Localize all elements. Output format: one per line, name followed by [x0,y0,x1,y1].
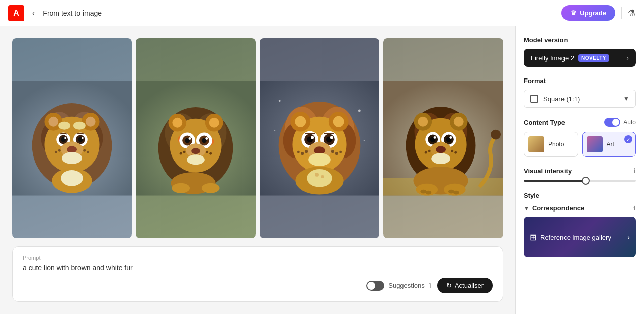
svg-point-9 [48,117,58,127]
back-button[interactable]: ‹ [30,7,37,20]
svg-point-92 [339,151,342,153]
format-dropdown[interactable]: Square (1:1) ▼ [524,90,636,108]
correspondence-header[interactable]: ▼ Correspondence ℹ [524,204,636,212]
image-card-4[interactable] [383,38,503,238]
svg-point-131 [453,191,459,195]
chevron-down-sm-icon: ▼ [524,205,529,211]
svg-point-12 [73,122,86,130]
content-type-label: Content Type [524,119,565,126]
gallery-arrow-icon: › [627,233,630,241]
svg-point-123 [454,151,457,154]
format-section: Format Square (1:1) ▼ [524,77,636,108]
back-icon: ‹ [32,9,35,17]
content-type-header: Content Type Auto [524,118,636,127]
svg-point-11 [58,122,70,130]
visual-intensity-label: Visual intensity [524,167,572,175]
svg-point-107 [418,117,428,127]
reference-gallery-button[interactable]: ⊞ Reference image gallery › [524,217,636,257]
photo-option[interactable]: Photo [524,132,578,157]
intensity-slider[interactable] [524,180,636,182]
model-version-label: Model version [524,36,636,44]
content-type-section: Content Type Auto Photo Art ✓ [524,118,636,157]
svg-point-115 [434,136,436,139]
svg-point-22 [67,146,77,153]
svg-point-57 [172,183,190,193]
auto-toggle[interactable] [604,118,620,127]
slider-fill [524,180,586,182]
art-check-icon: ✓ [624,135,632,143]
svg-point-121 [425,151,427,154]
art-option[interactable]: Art ✓ [582,132,636,157]
image-card-1[interactable] [12,38,132,238]
format-label: Format [524,77,636,85]
art-label: Art [607,141,614,148]
image-card-3[interactable] [260,38,379,238]
left-content: Prompt a cute lion with brown and white … [0,26,515,314]
grid-icon: ⊞ [530,232,536,242]
svg-point-120 [428,150,431,152]
svg-point-74 [295,116,306,127]
svg-point-93 [308,153,331,166]
svg-point-100 [491,130,501,140]
svg-point-122 [451,150,453,152]
svg-point-90 [331,150,334,153]
crown-icon: ♛ [571,9,577,17]
suggestions-toggle[interactable] [366,281,384,291]
svg-point-24 [55,151,57,153]
svg-point-96 [315,173,319,177]
svg-point-61 [358,109,361,112]
correspondence-label: Correspondence [532,204,584,212]
square-format-icon [530,95,538,103]
image-card-2[interactable] [136,38,256,238]
svg-point-37 [172,118,182,128]
upgrade-button[interactable]: ♛ Upgrade [561,5,615,21]
svg-point-25 [83,149,86,152]
svg-point-55 [187,154,205,165]
svg-point-116 [449,136,452,139]
suggestions-label: Suggestions [388,282,425,289]
slider-thumb [582,177,590,185]
svg-point-26 [87,151,89,153]
novelty-badge: NOVELTY [578,54,609,62]
svg-point-124 [431,153,450,164]
format-value: Square (1:1) [543,95,618,103]
svg-point-89 [297,151,300,153]
lion-image-1 [12,38,132,238]
svg-point-38 [209,118,219,128]
correspondence-info-icon[interactable]: ℹ [633,205,636,212]
svg-point-52 [180,152,182,155]
svg-point-51 [183,151,186,153]
svg-point-88 [301,152,304,155]
suggestions-info-icon[interactable]:  [429,282,431,290]
visual-intensity-section: Visual intensity ℹ [524,167,636,182]
page-title: From text to image [43,9,102,17]
model-name: Firefly Image 2 [531,54,574,62]
style-label: Style [524,192,636,199]
app-header: A ‹ From text to image ♛ Upgrade ⚗ [0,0,644,26]
model-version-button[interactable]: Firefly Image 2 NOVELTY › [524,49,636,67]
actualiser-button[interactable]: ↻ Actualiser [437,278,493,293]
reference-gallery-label: Reference image gallery [540,233,623,241]
header-divider [621,7,622,19]
svg-point-83 [330,136,333,139]
photo-label: Photo [548,141,564,148]
prompt-area: Prompt a cute lion with brown and white … [12,246,503,302]
svg-point-23 [58,149,61,152]
toggle-knob [367,282,375,290]
svg-point-87 [305,150,308,153]
model-version-section: Model version Firefly Image 2 NOVELTY › [524,36,636,67]
images-grid [12,38,503,238]
auto-toggle-group: Auto [604,118,636,127]
flask-icon[interactable]: ⚗ [628,8,636,19]
info-icon[interactable]: ℹ [633,167,636,175]
right-panel: Model version Firefly Image 2 NOVELTY › … [515,26,644,314]
svg-point-47 [189,137,191,140]
prompt-text[interactable]: a cute lion with brown and white fur [23,264,493,272]
svg-point-75 [333,116,344,127]
auto-label: Auto [623,119,636,126]
lion-image-2 [136,38,256,238]
lion-image-4 [383,38,503,238]
svg-point-64 [274,130,275,131]
svg-point-82 [311,136,314,139]
header-right: ♛ Upgrade ⚗ [561,5,636,21]
